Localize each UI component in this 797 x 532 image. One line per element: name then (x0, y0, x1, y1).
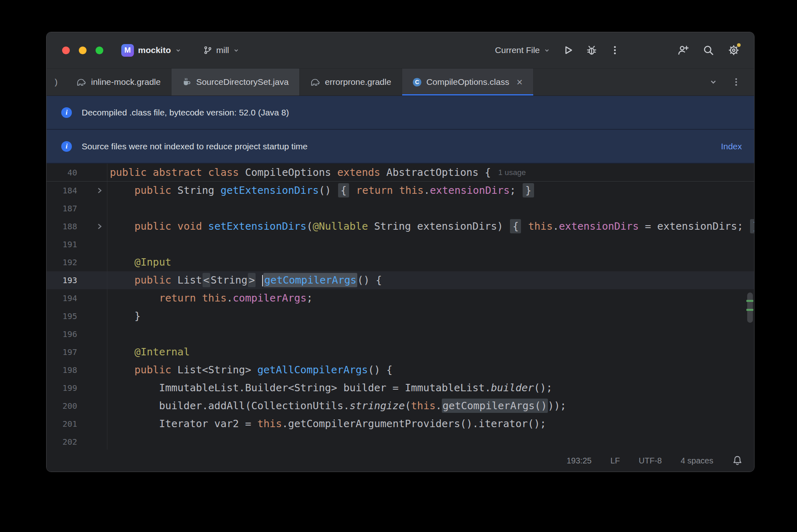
code-text[interactable]: Iterator var2 = this.getCompilerArgument… (107, 415, 754, 433)
vcs-branch-widget[interactable]: mill (203, 45, 240, 55)
titlebar-right-actions (677, 44, 739, 56)
code-text[interactable]: builder.addAll(CollectionUtils.stringize… (107, 397, 754, 415)
line-number[interactable]: 195 (47, 311, 77, 321)
notifications-button[interactable] (732, 455, 743, 466)
code-text[interactable] (107, 200, 754, 217)
code-line-197[interactable]: 197 @Internal (47, 343, 754, 361)
code-line-198[interactable]: 198 public List<String> getAllCompilerAr… (47, 361, 754, 379)
code-line-194[interactable]: 194 return this.compilerArgs; (47, 289, 754, 307)
info-icon: i (61, 141, 72, 152)
line-number[interactable]: 194 (47, 293, 77, 303)
close-button[interactable] (62, 47, 70, 54)
line-number[interactable]: 201 (47, 419, 77, 429)
search-everywhere-button[interactable] (703, 44, 714, 56)
code-text[interactable]: public List<String> getAllCompilerArgs()… (107, 361, 754, 379)
tab-clipped[interactable]: ) (47, 69, 66, 95)
code-line-188[interactable]: 188 public void setExtensionDirs(@Nullab… (47, 217, 754, 235)
line-number[interactable]: 193 (47, 275, 77, 285)
code-text[interactable]: public void setExtensionDirs(@Nullable S… (107, 217, 754, 235)
code-text[interactable]: public String getExtensionDirs() { retur… (107, 182, 754, 200)
line-number[interactable]: 187 (47, 204, 77, 213)
maximize-button[interactable] (96, 47, 103, 54)
line-number[interactable]: 191 (47, 239, 77, 249)
code-line-200[interactable]: 200 builder.addAll(CollectionUtils.strin… (47, 397, 754, 415)
scrollbar-thumb[interactable] (747, 293, 753, 323)
line-number[interactable]: 188 (47, 222, 77, 231)
tab-errorprone-gradle[interactable]: errorprone.gradle (300, 69, 402, 95)
code-text[interactable] (107, 235, 754, 253)
code-line-192[interactable]: 192 @Input (47, 253, 754, 271)
run-toolbar: Current File (495, 44, 620, 56)
info-icon: i (61, 107, 72, 118)
code-text[interactable]: } (107, 307, 754, 325)
code-text[interactable]: public abstract class CompileOptions ext… (107, 164, 754, 181)
project-name: mockito (138, 45, 171, 55)
line-number[interactable]: 202 (47, 437, 77, 447)
usage-count-hint[interactable]: 1 usage (498, 168, 526, 177)
tab-options-button[interactable] (731, 77, 741, 87)
search-icon (703, 44, 714, 56)
tab-list-button[interactable] (709, 78, 717, 86)
code-with-me-button[interactable] (677, 44, 689, 56)
tab-inline-mock-gradle[interactable]: inline-mock.gradle (66, 69, 171, 95)
line-number[interactable]: 197 (47, 347, 77, 357)
chevron-down-icon (544, 47, 550, 53)
bug-icon (586, 44, 597, 56)
tab-close-icon[interactable]: × (516, 77, 523, 87)
class-icon: C (413, 78, 421, 86)
code-line-184[interactable]: 184 public String getExtensionDirs() { r… (47, 182, 754, 200)
code-line-191[interactable]: 191 (47, 235, 754, 253)
code-text[interactable]: @Internal (107, 343, 754, 361)
caret-position[interactable]: 193:25 (567, 456, 592, 466)
code-line-187[interactable]: 187 (47, 200, 754, 217)
code-line-201[interactable]: 201 Iterator var2 = this.getCompilerArgu… (47, 415, 754, 433)
line-number[interactable]: 196 (47, 329, 77, 339)
index-link[interactable]: Index (721, 142, 742, 151)
code-text[interactable]: public List<String> getCompilerArgs() { (107, 271, 754, 289)
line-number[interactable]: 184 (47, 186, 77, 195)
banner-not-indexed: i Source files were not indexed to reduc… (47, 130, 754, 164)
window-controls (62, 47, 103, 54)
code-text[interactable] (107, 433, 754, 450)
bell-icon (732, 455, 743, 466)
tab-label: inline-mock.gradle (91, 77, 160, 87)
project-widget[interactable]: M mockito (121, 44, 181, 57)
file-encoding[interactable]: UTF-8 (639, 456, 662, 466)
run-configuration-selector[interactable]: Current File (495, 45, 550, 55)
line-number[interactable]: 40 (47, 168, 77, 177)
code-text[interactable] (107, 325, 754, 343)
code-text[interactable]: @Input (107, 253, 754, 271)
code-line-195[interactable]: 195 } (47, 307, 754, 325)
more-actions-button[interactable] (610, 45, 620, 55)
editor-tabbar: ) inline-mock.gradle SourceDirectorySet.… (47, 68, 754, 96)
titlebar: M mockito mill Current File (47, 32, 754, 68)
line-number[interactable]: 199 (47, 383, 77, 393)
git-branch-icon (203, 46, 212, 55)
code-line-196[interactable]: 196 (47, 325, 754, 343)
code-line-199[interactable]: 199 ImmutableList.Builder<String> builde… (47, 379, 754, 397)
line-number[interactable]: 198 (47, 365, 77, 375)
line-number[interactable]: 192 (47, 257, 77, 267)
project-icon: M (121, 44, 134, 57)
chevron-down-icon (233, 47, 239, 53)
editor[interactable]: 184 public String getExtensionDirs() { r… (47, 182, 754, 450)
editor-scrollbar[interactable] (745, 182, 754, 450)
code-line-202[interactable]: 202 (47, 433, 754, 450)
tab-sourcedirectoryset-java[interactable]: SourceDirectorySet.java (171, 69, 299, 95)
tab-strip-actions (696, 69, 754, 95)
line-number[interactable]: 200 (47, 401, 77, 411)
line-separator[interactable]: LF (610, 456, 620, 466)
settings-button[interactable] (728, 44, 739, 56)
code-line-193[interactable]: 193 public List<String> getCompilerArgs(… (47, 271, 754, 289)
indent-style[interactable]: 4 spaces (681, 456, 713, 466)
debug-button[interactable] (586, 44, 597, 56)
minimize-button[interactable] (79, 47, 87, 54)
fold-arrow-icon[interactable] (77, 187, 107, 194)
fold-arrow-icon[interactable] (77, 223, 107, 230)
code-area[interactable]: 184 public String getExtensionDirs() { r… (47, 182, 754, 450)
sticky-line[interactable]: 40 public abstract class CompileOptions … (47, 164, 754, 182)
run-button[interactable] (562, 44, 574, 56)
code-text[interactable]: ImmutableList.Builder<String> builder = … (107, 379, 754, 397)
code-text[interactable]: return this.compilerArgs; (107, 289, 754, 307)
tab-compileoptions-class[interactable]: C CompileOptions.class × (402, 69, 534, 95)
